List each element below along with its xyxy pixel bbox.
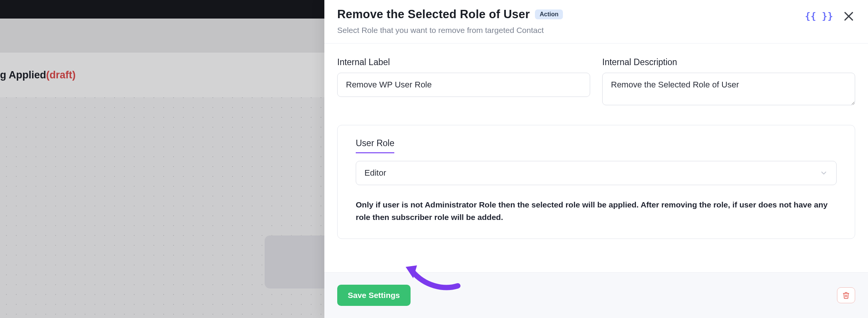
chevron-down-icon [820,169,828,177]
action-badge: Action [535,9,563,19]
user-role-card: User Role Editor Only if user is not Adm… [337,125,855,239]
panel-footer: Save Settings [324,272,868,318]
internal-label-input[interactable] [337,73,590,97]
user-role-tab[interactable]: User Role [356,138,394,153]
save-button[interactable]: Save Settings [337,285,411,306]
delete-button[interactable] [837,287,855,303]
trash-icon [842,292,850,299]
panel-title: Remove the Selected Role of User [337,8,530,21]
smart-codes-icon[interactable]: {{ }} [805,11,833,22]
user-role-selected-value: Editor [364,168,386,178]
user-role-select[interactable]: Editor [356,161,837,185]
panel-body: Internal Label Internal Description User… [324,44,868,254]
internal-label-label: Internal Label [337,57,590,67]
user-role-note: Only if user is not Administrator Role t… [356,199,837,223]
close-icon[interactable] [842,10,855,23]
annotation-arrow-icon [402,263,462,292]
action-settings-panel: Remove the Selected Role of User Action … [324,0,868,318]
panel-subtitle: Select Role that you want to remove from… [337,26,563,35]
internal-description-label: Internal Description [602,57,855,67]
internal-description-input[interactable] [602,73,855,105]
panel-header: Remove the Selected Role of User Action … [324,0,868,44]
